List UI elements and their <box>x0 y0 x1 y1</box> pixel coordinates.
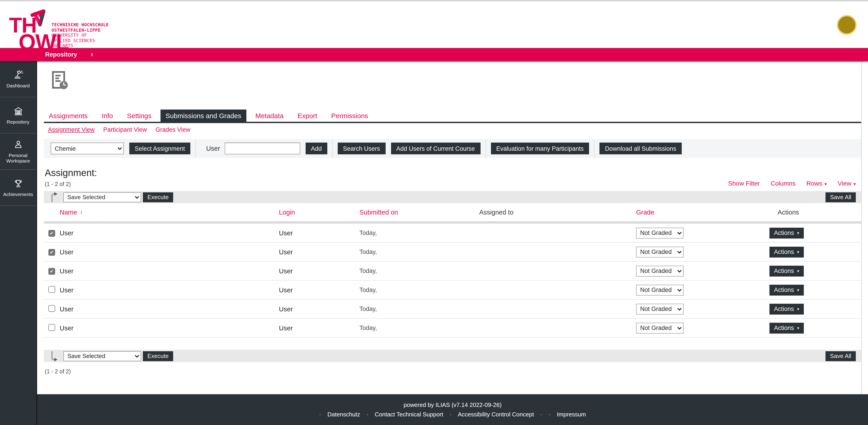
column-header-name: Name↑ <box>60 209 279 216</box>
cell-submitted-on: Today, <box>360 286 479 293</box>
caret-down-icon: ▾ <box>797 268 799 273</box>
cell-name: User <box>60 229 279 236</box>
show-filter-link[interactable]: Show Filter <box>728 180 760 187</box>
row-checkbox[interactable]: ✔ <box>49 230 55 237</box>
cell-login: User <box>279 305 360 313</box>
tab-export[interactable]: Export <box>293 110 322 122</box>
user-input-label: User <box>206 145 220 152</box>
ilias-link[interactable]: ILIAS <box>436 401 450 408</box>
row-actions-button[interactable]: Actions▾ <box>770 247 804 257</box>
cell-submitted-on: Today, <box>360 267 479 274</box>
row-checkbox[interactable]: ✔ <box>49 268 55 275</box>
footer-link-contact-technical-support[interactable]: Contact Technical Support <box>375 411 443 418</box>
columns-link[interactable]: Columns <box>771 180 796 187</box>
row-checkbox[interactable]: ✔ <box>49 249 55 256</box>
main-content: Assignments Info Settings Submissions an… <box>37 61 862 394</box>
caret-down-icon: ▾ <box>825 181 827 187</box>
tab-info[interactable]: Info <box>97 110 118 122</box>
grade-select[interactable]: Not Graded <box>636 322 684 333</box>
org-line: AND ARTS <box>52 43 109 49</box>
tab-assignments[interactable]: Assignments <box>44 110 93 122</box>
breadcrumb-repository-link[interactable]: Repository <box>45 51 77 58</box>
bulk-action-select[interactable]: Save Selected <box>63 351 141 361</box>
cell-submitted-on: Today, <box>360 249 479 255</box>
cell-submitted-on: Today, <box>360 229 479 236</box>
sidebar-item-achievements[interactable]: Achievements <box>0 170 36 206</box>
grade-select[interactable]: Not Graded <box>636 284 684 295</box>
tab-submissions-and-grades[interactable]: Submissions and Grades <box>160 110 246 122</box>
toolbar-separator <box>195 139 196 158</box>
assignment-select[interactable]: Chemie <box>51 143 124 154</box>
bulk-action-select[interactable]: Save Selected <box>63 192 141 202</box>
bank-building-icon <box>13 106 23 116</box>
subtab-assignment-view[interactable]: Assignment View <box>48 126 95 133</box>
row-checkbox[interactable]: ✔ <box>49 286 55 293</box>
tab-permissions[interactable]: Permissions <box>326 110 373 122</box>
column-header-actions: Actions <box>770 209 862 216</box>
evaluation-for-many-participants-button[interactable]: Evaluation for many Participants <box>491 143 589 154</box>
column-header-login: Login <box>279 209 360 216</box>
tab-metadata[interactable]: Metadata <box>250 110 288 122</box>
toolbar: Chemie Select Assignment User Add Search… <box>44 139 862 158</box>
row-actions-button[interactable]: Actions▾ <box>770 227 804 238</box>
cell-login: User <box>279 229 360 236</box>
sidebar-item-label: Personal Workspace <box>0 152 36 163</box>
add-users-of-current-course-button[interactable]: Add Users of Current Course <box>391 143 480 154</box>
save-all-button[interactable]: Save All <box>826 351 856 361</box>
page: TH OWL TECHNISCHE HOCHSCHULE OSTWESTFALE… <box>0 0 868 425</box>
select-assignment-button[interactable]: Select Assignment <box>129 143 190 154</box>
footer-link-impressum[interactable]: Impressum <box>557 411 586 418</box>
grade-select[interactable]: Not Graded <box>636 304 684 314</box>
row-actions-button[interactable]: Actions▾ <box>770 265 804 276</box>
caret-down-icon: ▾ <box>797 288 799 292</box>
table-row: ✔ User User Today, Not Graded Actions▾ <box>44 300 862 319</box>
org-line: TECHNISCHE HOCHSCHULE <box>52 22 109 27</box>
column-header-assigned-to: Assigned to <box>479 209 636 216</box>
view-dropdown[interactable]: View▾ <box>838 180 856 187</box>
cell-login: User <box>279 286 360 293</box>
grade-select[interactable]: Not Graded <box>636 247 684 257</box>
download-all-submissions-button[interactable]: Download all Submissions <box>599 143 682 154</box>
row-checkbox[interactable]: ✔ <box>49 305 55 312</box>
check-icon: ✔ <box>50 269 54 274</box>
university-name-block: TECHNISCHE HOCHSCHULE OSTWESTFALEN-LIPPE… <box>52 22 109 49</box>
sidebar-divider <box>36 61 37 425</box>
search-users-button[interactable]: Search Users <box>338 143 385 154</box>
subtab-grades-view[interactable]: Grades View <box>156 126 190 133</box>
table-row: ✔ User User Today, Not Graded Actions▾ <box>44 224 862 243</box>
subtab-bar: Assignment View Participant View Grades … <box>44 126 862 133</box>
tab-settings[interactable]: Settings <box>122 110 156 122</box>
footer-link-datenschutz[interactable]: Datenschutz <box>328 411 360 418</box>
row-checkbox[interactable]: ✔ <box>49 324 55 331</box>
rows-dropdown[interactable]: Rows▾ <box>807 180 827 187</box>
check-icon: ✔ <box>50 250 54 255</box>
footer-link-accessibility-control-concept[interactable]: Accessibility Control Concept <box>458 411 534 418</box>
save-all-button[interactable]: Save All <box>826 192 856 202</box>
user-input[interactable] <box>224 143 300 154</box>
row-actions-button[interactable]: Actions▾ <box>770 284 804 295</box>
dot-separator: · <box>549 411 551 418</box>
grade-select[interactable]: Not Graded <box>636 227 684 238</box>
dot-separator: · <box>540 411 542 418</box>
execute-button[interactable]: Execute <box>143 351 173 361</box>
row-actions-button[interactable]: Actions▾ <box>770 304 804 314</box>
row-actions-button[interactable]: Actions▾ <box>770 322 804 333</box>
check-icon: ✔ <box>50 231 54 235</box>
org-line: APPLIED SCIENCES <box>52 38 109 43</box>
execute-button[interactable]: Execute <box>143 192 173 202</box>
sidebar: Dashboard Repository Personal Workspac <box>0 61 36 425</box>
sidebar-item-dashboard[interactable]: Dashboard <box>0 61 36 97</box>
table-title: Assignment: <box>44 167 97 178</box>
site-header: TH OWL TECHNISCHE HOCHSCHULE OSTWESTFALE… <box>0 1 868 48</box>
toolbar-separator <box>594 139 594 158</box>
user-avatar[interactable] <box>837 15 857 35</box>
dot-separator: · <box>319 411 321 418</box>
add-button[interactable]: Add <box>305 143 327 154</box>
sidebar-item-personal-workspace[interactable]: Personal Workspace <box>0 134 36 170</box>
powered-by-line: powered by ILIAS (v7.14 2022-09-26) <box>403 401 502 408</box>
sidebar-item-repository[interactable]: Repository <box>0 97 36 134</box>
subtab-participant-view[interactable]: Participant View <box>103 126 147 133</box>
apply-to-top-arrow-icon <box>50 192 58 202</box>
grade-select[interactable]: Not Graded <box>636 265 684 276</box>
exercise-object-icon <box>52 71 862 91</box>
